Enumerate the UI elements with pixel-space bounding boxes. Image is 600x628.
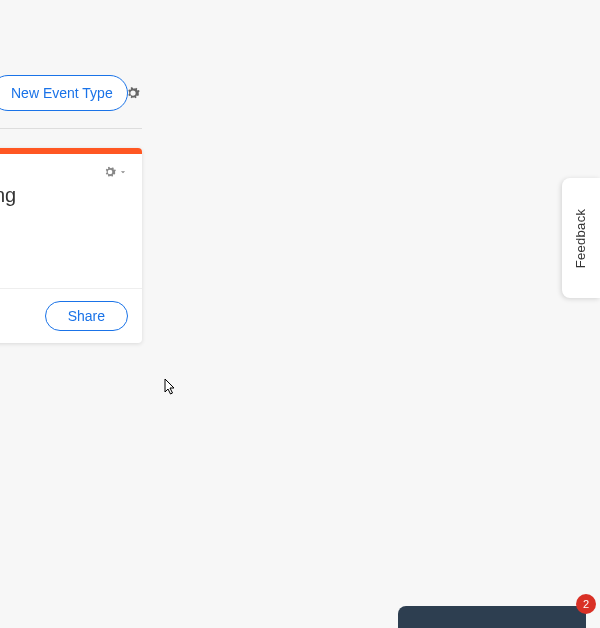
feedback-label: Feedback: [574, 208, 589, 268]
chevron-down-icon: [118, 167, 128, 177]
divider: [0, 128, 142, 129]
feedback-tab[interactable]: Feedback: [562, 178, 600, 298]
new-event-type-button[interactable]: New Event Type: [0, 75, 128, 111]
chat-widget[interactable]: [398, 606, 586, 628]
cursor-icon: [164, 378, 178, 400]
chat-notification-badge[interactable]: 2: [576, 594, 596, 614]
share-button[interactable]: Share: [45, 301, 128, 331]
card-title: ng: [0, 180, 142, 208]
card-footer: Share: [0, 288, 142, 343]
share-button-label: Share: [68, 308, 105, 324]
card-body: [0, 208, 142, 288]
settings-gear-icon[interactable]: [124, 84, 142, 106]
event-card: ng Share: [0, 148, 142, 343]
new-event-type-label: New Event Type: [11, 85, 113, 101]
chat-badge-count: 2: [583, 598, 589, 610]
card-settings-dropdown[interactable]: [102, 164, 128, 180]
gear-icon: [102, 164, 118, 180]
